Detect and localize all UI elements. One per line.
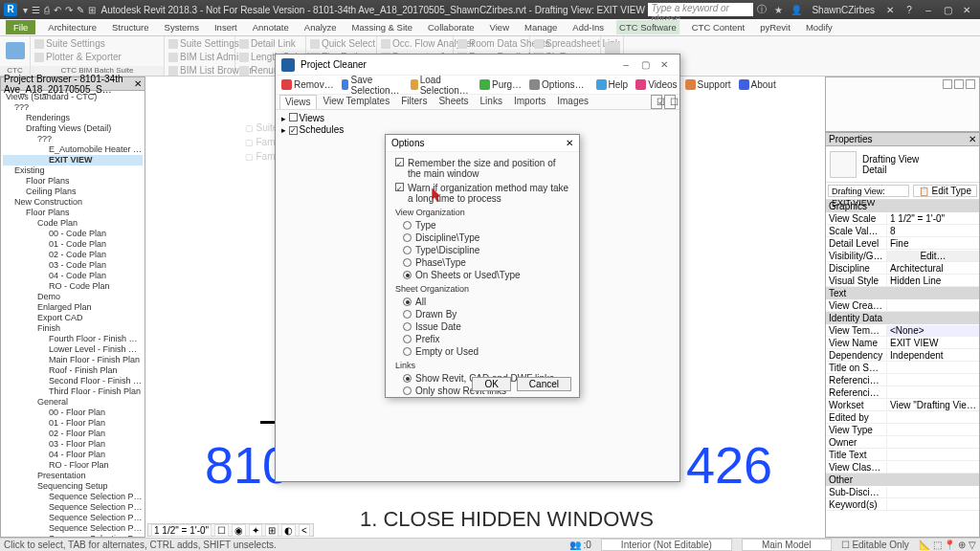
pc-tab-links[interactable]: Links	[476, 95, 507, 109]
close-button[interactable]: ✕	[957, 5, 976, 15]
info-icon[interactable]: ⓘ	[757, 3, 767, 16]
pc-tab-sheets[interactable]: Sheets	[434, 95, 473, 109]
v-vt[interactable]: <None>	[887, 325, 979, 336]
radio-empty[interactable]: Empty or Used	[403, 346, 569, 357]
pc-minimize[interactable]: –	[616, 59, 635, 70]
btn-plotter[interactable]: Plotter & Exporter	[34, 52, 122, 62]
tab-architecture[interactable]: Architecture	[45, 20, 100, 34]
minimize-button[interactable]: –	[919, 5, 938, 15]
pc-tab-imports[interactable]: Imports	[509, 95, 550, 109]
pc-help[interactable]: Help	[594, 79, 631, 90]
radio-drawnby[interactable]: Drawn By	[403, 309, 569, 320]
ok-button[interactable]: OK	[472, 377, 510, 391]
tab-file[interactable]: File	[6, 20, 35, 34]
vc-1[interactable]: ☐	[214, 524, 229, 537]
view-control-bar[interactable]: 1 1/2" = 1'-0" ☐◉✦⊞◐<	[147, 523, 314, 537]
v-vn[interactable]: EXIT VIEW	[887, 338, 979, 348]
vc-3[interactable]	[966, 79, 975, 89]
star-icon[interactable]: ★	[774, 5, 783, 15]
pc-check-all[interactable]: ☑	[651, 95, 662, 109]
vc-4[interactable]: ⊞	[265, 524, 278, 537]
filter-dropdown[interactable]: Drafting View: EXIT VIEW	[828, 185, 909, 197]
close-pbrowser[interactable]: ✕	[134, 78, 142, 89]
status-ws[interactable]: Interior (Not Editable)	[601, 539, 732, 551]
tab-analyze[interactable]: Analyze	[301, 20, 340, 34]
signin-icon[interactable]: 👤	[791, 5, 802, 15]
pc-purge[interactable]: Purg…	[478, 79, 523, 90]
chk-warn-long[interactable]: ✓Warn if organization method may take a …	[395, 183, 569, 204]
viewcube-panel[interactable]	[825, 77, 980, 132]
btn-suite-settings[interactable]: Suite Settings	[34, 38, 105, 49]
pc-uncheck-all[interactable]: ☐	[664, 95, 676, 109]
radio-sheets-type[interactable]: On Sheets or Used\Type	[403, 270, 569, 280]
tab-pyrevit[interactable]: pyRevit	[757, 20, 793, 34]
pc-save-sel[interactable]: Save Selection…	[340, 75, 405, 96]
v-scale[interactable]: 1 1/2" = 1'-0"	[887, 213, 979, 224]
v-vs[interactable]: Hidden Line	[887, 276, 979, 286]
v-ws[interactable]: View "Drafting View: EXI…	[887, 400, 979, 410]
v-dep[interactable]: Independent	[887, 350, 979, 361]
chk-remember-size[interactable]: ✓Remember the size and position of the m…	[395, 158, 569, 179]
pc-options[interactable]: Options…	[527, 79, 586, 90]
vc-5[interactable]: ◐	[281, 524, 296, 537]
tab-systems[interactable]: Systems	[162, 20, 202, 34]
radio-prefix[interactable]: Prefix	[403, 334, 569, 344]
vc-6[interactable]: <	[299, 524, 310, 537]
status-editable[interactable]: ☐ Editable Only	[841, 540, 909, 550]
cancel-button[interactable]: Cancel	[517, 377, 571, 391]
k-vg: Visibility/Graphics Over…	[826, 251, 887, 261]
pc-tab-images[interactable]: Images	[552, 95, 593, 109]
tab-addins[interactable]: Add-Ins	[569, 20, 607, 34]
radio-type[interactable]: Type	[403, 220, 569, 231]
radio-issuedate[interactable]: Issue Date	[403, 321, 569, 332]
pc-tab-views[interactable]: Views	[279, 95, 317, 109]
v-sv[interactable]: 8	[887, 226, 979, 236]
pc-close[interactable]: ✕	[655, 59, 674, 70]
radio-phase-type[interactable]: Phase\Type	[403, 257, 569, 268]
close-props[interactable]: ✕	[969, 134, 976, 144]
v-vg[interactable]: Edit…	[887, 251, 979, 261]
pc-tab-templates[interactable]: View Templates	[319, 95, 395, 109]
help-icon[interactable]: ?	[900, 5, 919, 15]
vc-2[interactable]	[954, 79, 964, 89]
search-input[interactable]: Type a keyword or phrase	[648, 3, 753, 16]
maximize-button[interactable]: ▢	[938, 5, 957, 15]
ribbon-tabs[interactable]: File Architecture Structure Systems Inse…	[0, 19, 980, 36]
project-tree[interactable]: Views (Standard - CTC) ??? Renderings Dr…	[1, 91, 145, 537]
options-close[interactable]: ✕	[566, 138, 573, 148]
pc-load-sel[interactable]: Load Selection…	[409, 75, 474, 96]
status-icons[interactable]: 📐 ⬚ 📍 ⊕ ▽	[919, 540, 976, 550]
tab-view[interactable]: View	[487, 20, 512, 34]
pc-support[interactable]: Support	[683, 79, 733, 90]
tab-collaborate[interactable]: Collaborate	[425, 20, 478, 34]
status-model[interactable]: Main Model	[742, 539, 832, 551]
quick-access-toolbar[interactable]: ▾☰⎙↶↷✎⊞	[21, 5, 98, 15]
exchange-icon[interactable]: ✕	[880, 5, 900, 15]
v-disc[interactable]: Architectural	[887, 263, 979, 274]
tab-massing[interactable]: Massing & Site	[349, 20, 415, 34]
vc-2[interactable]: ◉	[232, 524, 246, 537]
tab-annotate[interactable]: Annotate	[250, 20, 292, 34]
tab-ctc-software[interactable]: CTC Software	[616, 20, 679, 34]
pc-about[interactable]: About	[737, 79, 778, 90]
tab-structure[interactable]: Structure	[109, 20, 152, 34]
pc-tree-views[interactable]: ▸ Views	[281, 113, 674, 124]
edit-type-button[interactable]: 📋 Edit Type	[913, 185, 977, 197]
tab-modify[interactable]: Modify	[803, 20, 835, 34]
pc-videos[interactable]: Videos	[634, 79, 679, 90]
pc-remove[interactable]: Remov…	[279, 79, 336, 90]
vc-1[interactable]	[943, 79, 952, 89]
radio-type-disc[interactable]: Type\Discipline	[403, 245, 569, 255]
tab-manage[interactable]: Manage	[522, 20, 560, 34]
radio-all[interactable]: All	[403, 297, 569, 307]
tab-insert[interactable]: Insert	[212, 20, 240, 34]
ctc-icon[interactable]	[6, 42, 25, 59]
vc-scale[interactable]: 1 1/2" = 1'-0"	[151, 524, 212, 537]
v-detail[interactable]: Fine	[887, 238, 979, 249]
vc-3[interactable]: ✦	[249, 524, 262, 537]
user-name[interactable]: ShawnCZirbes	[812, 5, 875, 15]
tab-ctc-content[interactable]: CTC Content	[689, 20, 747, 34]
pc-maximize[interactable]: ▢	[635, 59, 655, 70]
pc-tab-filters[interactable]: Filters	[396, 95, 432, 109]
radio-disc-type[interactable]: Discipline\Type	[403, 232, 569, 243]
